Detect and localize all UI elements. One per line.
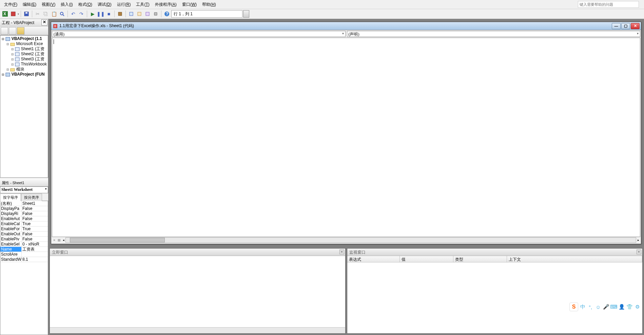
code-window-icon: ≡ — [53, 23, 58, 29]
code-hscrollbar[interactable] — [65, 237, 636, 243]
tree-node[interactable]: ⊟ Sheet2 (工资 — [0, 52, 48, 57]
watch-content[interactable]: 表达式 值 类型 上下文 — [347, 256, 643, 333]
ime-punct-icon[interactable]: °, — [587, 303, 594, 310]
menu-window[interactable]: 窗口(W) — [179, 0, 199, 9]
ime-lang-icon[interactable]: 中 — [579, 303, 586, 310]
watch-close[interactable]: ✕ — [637, 250, 641, 254]
ime-user-icon[interactable]: 👤 — [618, 303, 625, 310]
maximize-button[interactable]: ▢ — [621, 23, 630, 29]
menu-file[interactable]: 文件(F) — [1, 0, 20, 9]
properties-grid[interactable]: (名称)Sheet1DisplayPaFalseDisplayRiFalseEn… — [0, 201, 48, 335]
tab-categorized[interactable]: 按分类序 — [21, 194, 42, 201]
menu-help[interactable]: 帮助(H) — [199, 0, 219, 9]
property-row[interactable]: EnableOutFalse — [0, 232, 48, 237]
property-row[interactable]: EnableCalTrue — [0, 221, 48, 226]
undo-icon[interactable]: ↶ — [70, 10, 77, 18]
property-row[interactable]: EnablePivFalse — [0, 237, 48, 242]
ime-keyboard-icon[interactable]: ⌨ — [610, 303, 617, 310]
svg-rect-8 — [130, 12, 133, 16]
project-close-button[interactable]: ✕ — [41, 19, 47, 25]
menu-view[interactable]: 视图(V) — [39, 0, 58, 9]
svg-rect-20 — [6, 73, 10, 76]
project-toolbar — [0, 26, 48, 35]
run-icon[interactable]: ▶ — [89, 10, 96, 18]
paste-icon[interactable]: 📋 — [50, 10, 58, 18]
redo-icon[interactable]: ↷ — [78, 10, 85, 18]
procedure-combo[interactable]: (声明) — [347, 31, 641, 37]
menu-debug[interactable]: 调试(D) — [95, 0, 114, 9]
procedure-view-icon[interactable]: ≡ — [52, 238, 57, 242]
tree-node[interactable]: ⊟ 模块 — [0, 67, 48, 72]
immediate-content[interactable] — [50, 256, 345, 327]
excel-icon[interactable]: X — [1, 10, 9, 18]
ime-settings-icon[interactable]: ⚙ — [634, 303, 641, 310]
tree-node[interactable]: ⊟ Microsoft Exce — [0, 41, 48, 46]
ime-skin-icon[interactable]: 👕 — [626, 303, 633, 310]
ime-toolbar[interactable]: S 中 °, ☺ 🎤 ⌨ 👤 👕 ⚙ — [569, 302, 641, 311]
immediate-hscroll[interactable] — [50, 327, 345, 333]
cut-icon[interactable]: ✂ — [34, 10, 41, 18]
property-row[interactable]: StandardW8.1 — [0, 257, 48, 262]
menu-edit[interactable]: 编辑(E) — [20, 0, 39, 9]
hscroll-right[interactable]: ▸ — [636, 238, 640, 242]
tree-node[interactable]: ⊟ VBAProject (1.1 — [0, 36, 48, 41]
code-editor[interactable] — [52, 38, 640, 237]
tree-node[interactable]: ⊟ ThisWorkbook — [0, 62, 48, 67]
watch-header[interactable]: 表达式 值 类型 上下文 — [347, 256, 643, 262]
property-row[interactable]: DisplayPaFalse — [0, 206, 48, 211]
tree-node[interactable]: ⊟ VBAProject (FUN — [0, 72, 48, 77]
property-row[interactable]: Name工资表 — [0, 247, 48, 252]
menu-insert[interactable]: 插入(I) — [58, 0, 75, 9]
ime-emoji-icon[interactable]: ☺ — [595, 303, 602, 310]
find-icon[interactable] — [58, 10, 66, 18]
save-icon[interactable] — [23, 10, 30, 18]
svg-rect-16 — [15, 53, 19, 56]
object-combo[interactable]: (通用) — [52, 31, 346, 37]
minimize-button[interactable]: — — [612, 23, 621, 29]
svg-text:X: X — [3, 12, 6, 16]
project-explorer-icon[interactable] — [128, 10, 135, 18]
code-titlebar[interactable]: ≡ 1.1用宏录下Excel操作.xls - Sheet1 (代码) — ▢ ✕ — [51, 22, 641, 30]
immediate-close[interactable]: ✕ — [339, 250, 344, 254]
menu-run[interactable]: 运行(R) — [114, 0, 134, 9]
menu-format[interactable]: 格式(O) — [76, 0, 95, 9]
object-browser-icon[interactable] — [144, 10, 151, 18]
position-dropdown[interactable] — [243, 10, 249, 18]
properties-icon[interactable] — [136, 10, 143, 18]
svg-text:?: ? — [166, 12, 168, 16]
properties-object-combo[interactable]: Sheet1 Worksheet — [0, 186, 48, 193]
tree-node[interactable]: ⊟ Sheet1 (工资 — [0, 46, 48, 52]
view-code-icon[interactable] — [1, 27, 8, 35]
code-window: ≡ 1.1用宏录下Excel操作.xls - Sheet1 (代码) — ▢ ✕… — [51, 22, 641, 244]
full-module-view-icon[interactable]: ▤ — [57, 238, 61, 242]
toggle-folders-icon[interactable] — [17, 27, 24, 35]
help-search-input[interactable] — [578, 1, 639, 8]
code-window-title: 1.1用宏录下Excel操作.xls - Sheet1 (代码) — [59, 23, 611, 29]
copy-icon[interactable]: ⿻ — [42, 10, 50, 18]
toolbox-icon[interactable] — [152, 10, 159, 18]
immediate-title: 立即窗口 ✕ — [50, 249, 345, 256]
project-tree[interactable]: ⊟ VBAProject (1.1⊟ Microsoft Exce⊟ Sheet… — [0, 35, 48, 178]
tree-node[interactable]: ⊟ Sheet3 (工资 — [0, 57, 48, 62]
hscroll-left[interactable]: ◂ — [61, 238, 65, 242]
ime-voice-icon[interactable]: 🎤 — [603, 303, 609, 310]
pause-icon[interactable]: ❚❚ — [97, 10, 104, 18]
ime-logo-icon[interactable]: S — [569, 302, 578, 311]
mdi-area: ≡ 1.1用宏录下Excel操作.xls - Sheet1 (代码) — ▢ ✕… — [48, 19, 644, 247]
property-row[interactable]: EnableSel0 - xlNoR — [0, 242, 48, 247]
close-button[interactable]: ✕ — [631, 23, 640, 29]
property-row[interactable]: EnableForTrue — [0, 226, 48, 232]
property-row[interactable]: (名称)Sheet1 — [0, 201, 48, 206]
tab-alphabetic[interactable]: 按字母序 — [0, 194, 21, 201]
stop-icon[interactable]: ■ — [105, 10, 113, 18]
watch-title: 监视窗口 ✕ — [347, 249, 643, 256]
design-mode-icon[interactable] — [116, 10, 124, 18]
insert-module-icon[interactable] — [9, 10, 17, 18]
property-row[interactable]: ScrollAre — [0, 252, 48, 257]
menu-addins[interactable]: 外接程序(A) — [152, 0, 179, 9]
property-row[interactable]: EnableAutFalse — [0, 216, 48, 221]
view-object-icon[interactable] — [9, 27, 16, 35]
menu-tools[interactable]: 工具(T) — [133, 0, 152, 9]
help-icon[interactable]: ? — [163, 10, 171, 18]
property-row[interactable]: DisplayRiFalse — [0, 211, 48, 216]
